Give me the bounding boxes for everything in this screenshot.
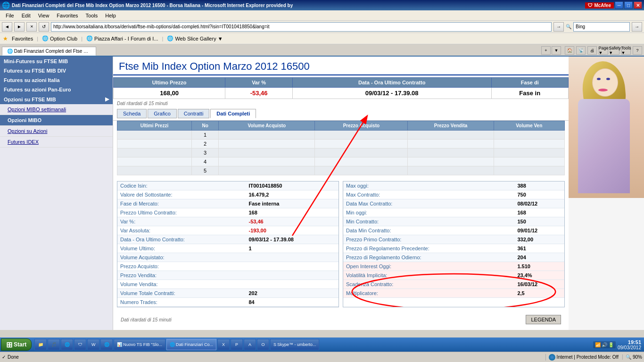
info-row-prezzo-acquisto: Prezzo Acquisto:	[117, 262, 339, 271]
stop-button[interactable]: ✕	[26, 22, 37, 32]
val-fase: Fase in	[491, 88, 568, 99]
home-icon[interactable]: 🏠	[565, 46, 574, 55]
sidebar-opzioni-mibo-settimanali[interactable]: Opzioni MIBO settimanali	[0, 104, 113, 115]
tab-scheda[interactable]: Scheda	[117, 109, 147, 118]
taskbar-powerpoint[interactable]: P	[231, 339, 243, 350]
maximize-button[interactable]: □	[624, 1, 633, 9]
taskbar-ts-fib[interactable]: 📊 Nuovo TS FIB "Slo...	[114, 339, 165, 350]
sidebar-section-futures-azioni-pan[interactable]: Futures su azioni Pan-Euro	[0, 85, 113, 94]
tray-battery-icon: 🔋	[608, 342, 614, 347]
forward-button[interactable]: ►	[14, 22, 25, 32]
search-input[interactable]	[573, 22, 630, 32]
info-row-vol-vendita: Volume Vendita:	[117, 280, 339, 289]
tab-contratti[interactable]: Contratti	[178, 109, 210, 118]
info-row-max-oggi: Max oggi: 388	[343, 181, 564, 190]
ie-toolbar-icons: 🏠 📡 🖨 Page ▼ Safety ▼ Tools ▼ ?	[565, 46, 642, 56]
tab-dati-completi[interactable]: Dati Completi	[210, 109, 256, 118]
taskbar-access[interactable]: A	[244, 339, 256, 350]
page-title: Ftse Mib Index Option Marzo 2012 16500	[113, 57, 569, 75]
val-prezzo-vendita-panel	[246, 271, 339, 280]
label-open-interest: Open Interest Oggi:	[343, 262, 514, 271]
status-right: Internet | Protected Mode: Off 🔍 90%	[545, 354, 642, 361]
taskbar-quick-launch: 📁 🎵 🌐 🛡 W 🌐	[34, 339, 113, 350]
refresh-button[interactable]: ↺	[39, 22, 49, 32]
rss-icon[interactable]: 📡	[576, 46, 586, 55]
label-fase: Fase di Mercato:	[117, 199, 246, 208]
sidebar-section-opzioni-ftse[interactable]: Opzioni su FTSE MIB ▶	[0, 94, 113, 104]
label-vol-vendita: Volume Vendita:	[117, 280, 246, 289]
taskbar-outlook[interactable]: O	[257, 339, 269, 350]
menu-tools[interactable]: Tools	[82, 12, 102, 19]
val-max-oggi: 388	[514, 181, 564, 190]
sidebar-section-futures-azioni-italia[interactable]: Futures su azioni Italia	[0, 75, 113, 85]
taskbar-dati-finanziari[interactable]: 🌐 Dati Finanziari Co...	[166, 339, 216, 350]
favorites-piazza-affari[interactable]: 🌐 Piazza Affari - I Forum di I...	[83, 34, 161, 42]
mcafee-badge: 🛡 McAfee	[585, 2, 614, 8]
label-max-oggi: Max oggi:	[343, 181, 514, 190]
tools-dropdown[interactable]: Tools ▼	[621, 46, 631, 55]
info-row-vol-acquistato: Volume Acquistato:	[117, 253, 339, 262]
new-tab-button[interactable]: +	[541, 46, 551, 55]
info-row-prezzo-vendita: Prezzo Vendita:	[117, 271, 339, 280]
taskbar-ie2-icon[interactable]: 🌐	[100, 339, 113, 350]
start-button[interactable]: ⊞ Start	[1, 338, 32, 351]
favorites-option-club[interactable]: 🌐 Option Club	[39, 34, 80, 42]
favorites-label[interactable]: Favorites	[9, 35, 36, 42]
taskbar-skype[interactable]: S Skype™ - umberto...	[270, 339, 320, 350]
help-icon[interactable]: ?	[633, 46, 642, 55]
tab-settings-button[interactable]: ▼	[552, 46, 561, 55]
grid-col-vol-vendita: Volume Ven	[494, 121, 564, 131]
taskbar-media-icon[interactable]: 🎵	[48, 339, 60, 350]
print-icon[interactable]: 🖨	[587, 46, 597, 55]
close-button[interactable]: ✕	[634, 1, 642, 9]
search-go-button[interactable]: →	[632, 22, 642, 32]
taskbar-explorer-icon[interactable]: 📁	[34, 339, 47, 350]
divider3: |	[162, 36, 164, 41]
info-row-isin: Codice Isin: IT0010418850	[117, 181, 339, 190]
info-row-data-max: Data Max Contratto: 08/02/12	[343, 199, 564, 208]
ts-fib-icon: 📊	[117, 342, 122, 347]
divider: |	[37, 36, 38, 41]
data-delay-notice: Dati ritardati di 15 minuti	[113, 100, 569, 107]
menu-edit[interactable]: Edit	[18, 12, 34, 19]
taskbar-excel[interactable]: X	[217, 339, 230, 350]
favorites-star-icon: ★	[3, 35, 8, 42]
val-max-contratto: 750	[514, 190, 564, 199]
menu-favorites[interactable]: Favorites	[53, 12, 82, 19]
minimize-button[interactable]: ─	[615, 1, 623, 9]
info-row-vol-ultimo: Volume Ultimo: 1	[117, 244, 339, 253]
favorites-web-slice[interactable]: 🌐 Web Slice Gallery ▼	[164, 34, 225, 42]
info-row-min-contratto: Min Contratto: 150	[343, 217, 564, 226]
taskbar-word-icon[interactable]: W	[87, 339, 99, 350]
val-data-max: 08/02/12	[514, 199, 564, 208]
windows-logo-icon: ⊞	[6, 340, 12, 349]
label-prezzo-ultimo: Prezzo Ultimo Contratto:	[117, 208, 246, 217]
menu-help[interactable]: Help	[101, 12, 120, 19]
sidebar-futures-idex[interactable]: Futures IDEX	[0, 137, 113, 148]
taskbar-system-tray: 📶 🔊 🔋 19:51 09/03/2012	[593, 339, 643, 350]
col-var: Var %	[225, 78, 293, 88]
menu-view[interactable]: View	[34, 12, 53, 19]
info-row-vol-totale: Volume Totale Contratti: 202	[117, 289, 339, 298]
go-button[interactable]: →	[553, 22, 564, 32]
label-data-min: Data Min Contratto:	[343, 226, 514, 235]
sidebar-section-futures-ftse-div[interactable]: Futures su FTSE MIB DIV	[0, 66, 113, 75]
safety-dropdown[interactable]: Safety ▼	[610, 46, 619, 55]
taskbar-ie-icon[interactable]: 🌐	[61, 339, 73, 350]
menu-file[interactable]: File	[2, 12, 18, 19]
address-input[interactable]	[51, 22, 552, 32]
sidebar-opzioni-mibo[interactable]: Opzioni MIBO	[0, 115, 113, 126]
legenda-button[interactable]: LEGENDA	[526, 315, 561, 324]
back-button[interactable]: ◄	[2, 22, 12, 32]
page-dropdown[interactable]: Page ▼	[599, 46, 608, 55]
val-var-assoluta: -193,00	[246, 226, 339, 235]
sidebar-opzioni-azioni[interactable]: Opzioni su Azioni	[0, 126, 113, 137]
main-content: Ftse Mib Index Option Marzo 2012 16500 U…	[113, 57, 569, 330]
browser-tab-main[interactable]: 🌐 Dati Finanziari Completi del Ftse Mib …	[2, 47, 96, 56]
tab-icon: 🌐	[7, 49, 13, 54]
tab-grafico[interactable]: Grafico	[148, 109, 176, 118]
sidebar-section-mini-futures[interactable]: Mini-Futures su FTSE MIB	[0, 57, 113, 66]
val-sottostante: 16.479,2	[246, 190, 339, 199]
zoom-text: 90%	[633, 354, 642, 360]
taskbar-antivirus-icon[interactable]: 🛡	[74, 339, 86, 350]
